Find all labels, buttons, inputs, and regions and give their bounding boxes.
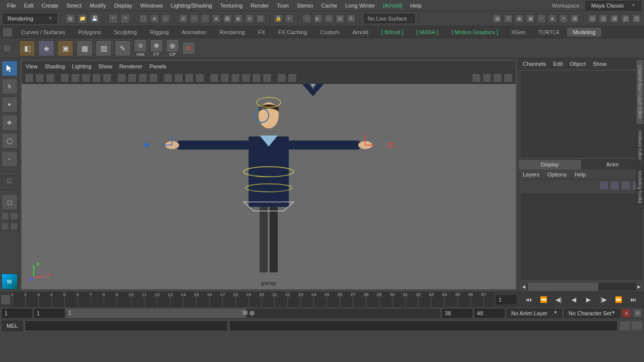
- tab-attribute-editor[interactable]: Attribute Editor: [636, 125, 644, 166]
- toggle-e-icon[interactable]: ▨: [632, 14, 641, 23]
- select-component-icon[interactable]: ◇: [161, 14, 170, 23]
- vp-gamma-icon[interactable]: [263, 73, 272, 82]
- menu-toon[interactable]: Toon: [273, 0, 293, 11]
- delete-all-icon[interactable]: ✕: [182, 42, 195, 55]
- vp-ao-icon[interactable]: [185, 73, 194, 82]
- shelf-tab-curves-surfaces[interactable]: Curves / Surfaces: [15, 28, 71, 37]
- render-region-icon[interactable]: ▭: [325, 14, 334, 23]
- vp-shading-menu[interactable]: Shading: [45, 63, 65, 69]
- shelf-tab-modeling[interactable]: Modeling: [567, 28, 602, 37]
- vp-isolate-icon[interactable]: [210, 73, 219, 82]
- cb-edit-menu[interactable]: Edit: [553, 61, 562, 67]
- help-line-icon[interactable]: [632, 321, 642, 330]
- vp-panels-menu[interactable]: Panels: [149, 63, 167, 69]
- playback-end-field[interactable]: [442, 309, 472, 318]
- redo-icon[interactable]: ↷: [120, 14, 130, 24]
- vp-motion-blur-icon[interactable]: [195, 73, 204, 82]
- step-back-key-icon[interactable]: ⏪: [539, 295, 549, 305]
- poly-sphere-icon[interactable]: ◈: [38, 40, 54, 56]
- vp-exposure-icon[interactable]: [252, 73, 261, 82]
- content-browser-icon[interactable]: ▦: [570, 14, 579, 23]
- menu-help[interactable]: Help: [406, 0, 426, 11]
- poly-plane-icon[interactable]: ▦: [76, 40, 93, 56]
- step-forward-icon[interactable]: |▶: [599, 295, 609, 305]
- layer-list[interactable]: [521, 194, 642, 280]
- menu-long-winter[interactable]: Long Winter: [341, 0, 379, 11]
- vp-background-icon[interactable]: [277, 73, 286, 82]
- goto-end-icon[interactable]: ⏭: [628, 295, 638, 305]
- menu-arnold[interactable]: [Arnold]: [379, 0, 407, 11]
- vp-view-menu[interactable]: View: [26, 63, 38, 69]
- menu-modify[interactable]: Modify: [86, 0, 110, 11]
- layers-help-menu[interactable]: Help: [575, 171, 586, 177]
- open-scene-icon[interactable]: 📁: [77, 14, 88, 24]
- menu-windows[interactable]: Windows: [136, 0, 167, 11]
- live-surface-dropdown[interactable]: No Live Surface: [364, 14, 415, 23]
- shelf-tab-rigging[interactable]: Rigging: [144, 28, 175, 37]
- shelf-tab-arnold[interactable]: Arnold: [346, 28, 374, 37]
- tab-channel-box[interactable]: Channel Box / Layer Editor: [636, 59, 644, 125]
- channel-box-scrollbar[interactable]: ◀ ▶: [521, 283, 642, 291]
- cmd-language-dropdown[interactable]: MEL: [2, 321, 23, 331]
- lock-icon[interactable]: 🔒: [274, 14, 283, 23]
- render-settings-icon[interactable]: ⚙: [347, 14, 356, 23]
- scale-tool[interactable]: ▫: [2, 151, 18, 167]
- snap-grid-icon[interactable]: ⊞: [179, 14, 188, 23]
- vp-textured-icon[interactable]: [149, 73, 158, 82]
- poly-cylinder-icon[interactable]: ▣: [57, 40, 73, 56]
- layout-single-icon[interactable]: ▢: [2, 194, 18, 210]
- shelf-gear-icon[interactable]: [3, 44, 11, 52]
- menu-lighting-shading[interactable]: Lighting/Shading: [167, 0, 216, 11]
- goto-start-icon[interactable]: ⏮: [524, 295, 534, 305]
- vp-maximize-icon[interactable]: [504, 73, 513, 82]
- cb-channels-menu[interactable]: Channels: [523, 61, 546, 67]
- tab-modeling-toolkit[interactable]: Modeling Toolkit: [636, 165, 644, 209]
- step-forward-key-icon[interactable]: ⏩: [613, 295, 623, 305]
- anim-start-field[interactable]: [2, 309, 32, 318]
- save-scene-icon[interactable]: 💾: [90, 14, 100, 24]
- undo-icon[interactable]: ↶: [108, 14, 118, 24]
- shelf-tab-polygons[interactable]: Polygons: [72, 28, 107, 37]
- xgen-icon[interactable]: ✶: [559, 14, 568, 23]
- vp-lighting-menu[interactable]: Lighting: [72, 63, 92, 69]
- snap-center-icon[interactable]: ⊕: [245, 14, 254, 23]
- construction-history-icon[interactable]: ≡: [285, 14, 294, 23]
- range-slider-grip-icon[interactable]: [250, 311, 255, 316]
- cb-object-menu[interactable]: Object: [570, 61, 586, 67]
- layout-four-icon[interactable]: [1, 212, 9, 220]
- menu-texturing[interactable]: Texturing: [216, 0, 247, 11]
- menu-file[interactable]: File: [3, 0, 20, 11]
- shelf-options-icon[interactable]: [3, 28, 12, 37]
- vp-lights-icon[interactable]: [164, 73, 173, 82]
- outliner-toggle-icon[interactable]: ☰: [504, 14, 513, 23]
- layer-tab-anim[interactable]: Anim: [582, 160, 645, 169]
- anim-end-field[interactable]: [474, 309, 505, 318]
- select-hierarchy-icon[interactable]: ⬚: [139, 14, 148, 23]
- vp-shadows-icon[interactable]: [174, 73, 183, 82]
- command-input[interactable]: [26, 321, 227, 330]
- current-frame-field[interactable]: [496, 295, 516, 304]
- toggle-c-icon[interactable]: ▦: [610, 14, 619, 23]
- maya-logo-icon[interactable]: M: [2, 274, 18, 290]
- layer-create-empty-icon[interactable]: [622, 182, 630, 190]
- step-back-icon[interactable]: ◀|: [553, 295, 564, 305]
- sculpt-tool-icon[interactable]: ✎: [115, 40, 131, 56]
- script-editor-icon[interactable]: [620, 321, 630, 330]
- anim-layer-dropdown[interactable]: No Anim Layer▼: [507, 309, 562, 318]
- toggle-d-icon[interactable]: ▧: [621, 14, 630, 23]
- rotate-tool[interactable]: ◯: [2, 133, 18, 149]
- layout-two-icon[interactable]: [10, 212, 18, 220]
- menu-edit[interactable]: Edit: [20, 0, 38, 11]
- playback-start-field[interactable]: [34, 309, 64, 318]
- vp-bookmark-icon[interactable]: [35, 73, 44, 82]
- render-icon[interactable]: ○: [302, 14, 311, 23]
- shelf-tab-xgen[interactable]: XGen: [505, 28, 531, 37]
- auto-key-icon[interactable]: ●: [622, 309, 631, 318]
- render-batch-icon[interactable]: ▤: [336, 14, 345, 23]
- persp-viewport[interactable]: y x z persp: [22, 84, 516, 289]
- snap-live-icon[interactable]: ◉: [234, 14, 243, 23]
- play-back-icon[interactable]: ◀: [569, 295, 579, 305]
- vp-film-gate-icon[interactable]: [82, 73, 91, 82]
- shelf-tab-motion-graphics[interactable]: [ Motion Graphics ]: [446, 28, 504, 37]
- vp-tear-off-icon[interactable]: [493, 73, 502, 82]
